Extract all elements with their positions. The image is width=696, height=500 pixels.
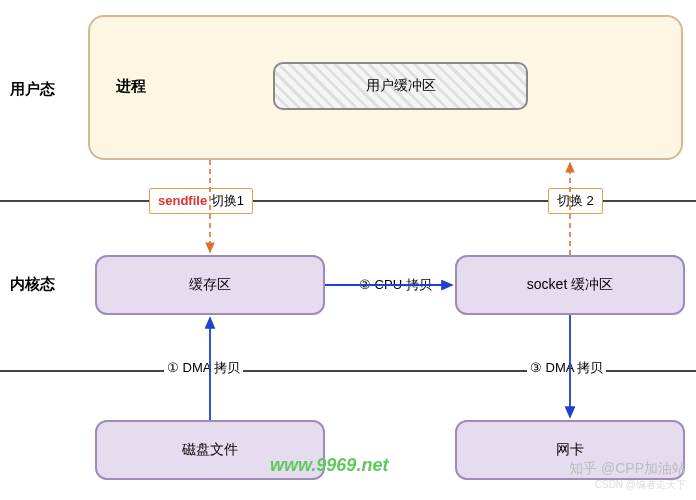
cache-node: 缓存区 (95, 255, 325, 315)
nic-label: 网卡 (556, 441, 584, 459)
user-buffer-node: 用户缓冲区 (273, 62, 528, 110)
kernel-space-label: 内核态 (10, 275, 55, 294)
watermark-csdn: CSDN @编者走天下 (595, 478, 686, 492)
cpu-copy-label: ② CPU 拷贝 (356, 275, 435, 295)
watermark-author: 知乎 @CPP加油站 (569, 460, 686, 478)
disk-file-label: 磁盘文件 (182, 441, 238, 459)
switch1-text: 切换1 (207, 193, 244, 208)
socket-buffer-node: socket 缓冲区 (455, 255, 685, 315)
watermark-url: www.9969.net (270, 455, 388, 476)
user-space-label: 用户态 (10, 80, 55, 99)
cache-label: 缓存区 (189, 276, 231, 294)
dma-copy3-label: ③ DMA 拷贝 (527, 358, 606, 378)
socket-buffer-label: socket 缓冲区 (527, 276, 613, 294)
sendfile-text: sendfile (158, 193, 207, 208)
user-buffer-label: 用户缓冲区 (366, 77, 436, 95)
process-node: 进程 (116, 77, 146, 96)
dma-copy1-label: ① DMA 拷贝 (164, 358, 243, 378)
sendfile-switch1-label: sendfile 切换1 (149, 188, 253, 214)
switch2-label: 切换 2 (548, 188, 603, 214)
user-space-box: 进程 用户缓冲区 (88, 15, 683, 160)
